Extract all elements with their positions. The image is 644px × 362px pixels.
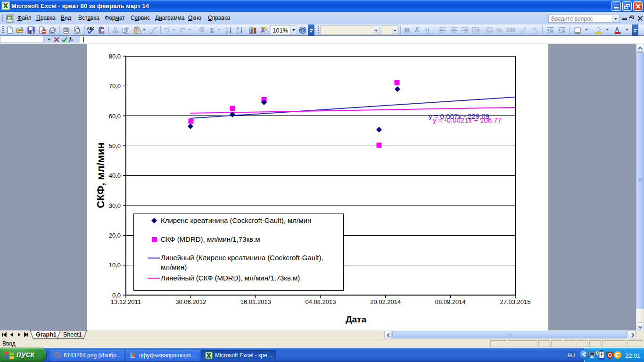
svg-text:Graph1: Graph1 <box>36 331 57 338</box>
svg-text:Дата: Дата <box>346 314 366 324</box>
svg-text:20,0: 20,0 <box>109 232 121 239</box>
svg-text:16.01.2013: 16.01.2013 <box>240 298 271 305</box>
svg-text:80,0: 80,0 <box>109 53 121 60</box>
svg-text:←a→: ←a→ <box>474 28 479 32</box>
svg-text:y = -0.0021x + 106.77: y = -0.0021x + 106.77 <box>433 116 502 124</box>
svg-text:Линейный (СКФ (MDRD), мл/мин/1: Линейный (СКФ (MDRD), мл/мин/1,73кв.м) <box>161 274 300 282</box>
svg-text:04.08.2013: 04.08.2013 <box>305 298 336 305</box>
svg-text:,00: ,00 <box>532 27 536 30</box>
svg-text:А: А <box>236 30 239 34</box>
svg-text:50,0: 50,0 <box>109 142 121 149</box>
svg-text:27.03.2015: 27.03.2015 <box>500 298 530 305</box>
svg-text:Линейный (Клиренс креатинина (: Линейный (Клиренс креатинина (Cockcroft-… <box>161 254 323 262</box>
svg-text:13.12.2011: 13.12.2011 <box>111 298 141 305</box>
svg-text:Я: Я <box>225 30 228 34</box>
svg-text:Σ: Σ <box>210 27 215 34</box>
svg-text:мл/мин): мл/мин) <box>161 263 187 271</box>
svg-text:08.09.2014: 08.09.2014 <box>435 298 466 305</box>
svg-text:СКФ (MDRD), мл/мин/1,73кв.м: СКФ (MDRD), мл/мин/1,73кв.м <box>161 235 260 243</box>
svg-text:60,0: 60,0 <box>109 113 121 120</box>
svg-text:→,0: →,0 <box>532 31 537 34</box>
svg-text:30.06.2012: 30.06.2012 <box>175 298 206 305</box>
svg-text:Sheet1: Sheet1 <box>63 331 82 338</box>
svg-text:←,0: ←,0 <box>520 27 526 30</box>
svg-text:СКФ, мл/мин: СКФ, мл/мин <box>95 142 107 208</box>
svg-text:0,0: 0,0 <box>112 292 121 299</box>
svg-text:30,0: 30,0 <box>109 202 121 209</box>
svg-text:20.02.2014: 20.02.2014 <box>370 298 401 305</box>
svg-text:?: ? <box>301 28 304 33</box>
svg-text:Клиренс креатинина (Cockcroft-: Клиренс креатинина (Cockcroft-Gault), мл… <box>161 216 311 224</box>
svg-text:10,0: 10,0 <box>109 262 121 269</box>
svg-text:40,0: 40,0 <box>109 172 121 179</box>
svg-text:A: A <box>615 26 619 33</box>
svg-text:70,0: 70,0 <box>109 82 121 90</box>
svg-text:,00: ,00 <box>520 31 524 34</box>
